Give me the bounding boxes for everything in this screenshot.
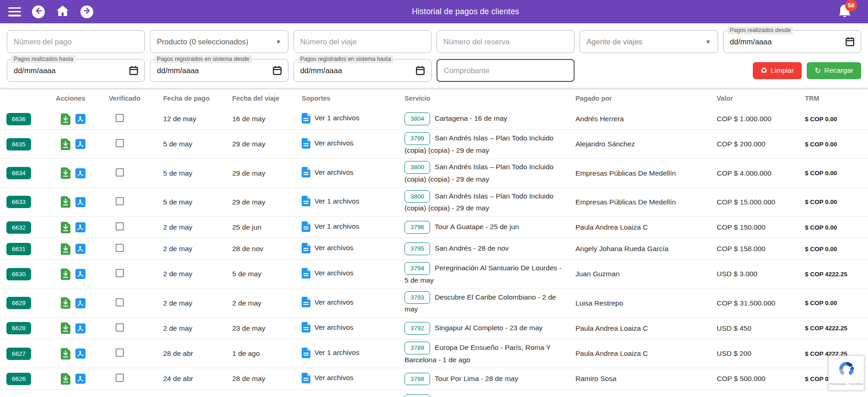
download-file-icon[interactable] — [61, 243, 70, 255]
travel-agent-select[interactable]: Agente de viajes ▼ — [580, 30, 718, 53]
payment-id-badge[interactable]: 6636 — [6, 113, 31, 125]
payment-id-badge[interactable]: 6628 — [6, 322, 31, 334]
recaptcha-privacy-terms[interactable]: Privacidad - Términos — [830, 382, 863, 386]
view-files-link[interactable]: Ver 1 archivos — [302, 221, 359, 232]
pdf-icon[interactable] — [75, 298, 85, 308]
service-code-badge[interactable]: 3793 — [405, 291, 430, 304]
recaptcha-badge[interactable]: Privacidad - Términos — [828, 355, 864, 391]
payment-id-badge[interactable]: 6635 — [6, 138, 31, 150]
payment-id-badge[interactable]: 6629 — [6, 297, 31, 309]
view-files-link[interactable]: Ver archivos — [302, 322, 353, 333]
verified-checkbox[interactable] — [116, 168, 124, 177]
reservation-number-input[interactable] — [443, 38, 568, 46]
calendar-icon[interactable] — [416, 66, 425, 75]
pdf-icon[interactable] — [75, 114, 85, 124]
pdf-icon[interactable] — [75, 168, 85, 178]
verified-checkbox[interactable] — [116, 374, 124, 382]
notifications-button[interactable]: 58 — [838, 4, 853, 20]
back-button[interactable] — [32, 5, 45, 18]
verified-checkbox[interactable] — [116, 114, 124, 122]
view-files-link[interactable]: Ver archivos — [302, 268, 353, 279]
download-file-icon[interactable] — [61, 373, 70, 385]
verified-checkbox[interactable] — [116, 323, 124, 332]
payment-id-badge[interactable]: 6631 — [6, 243, 31, 255]
view-files-link[interactable]: Ver 1 archivos — [302, 113, 359, 123]
payment-id-badge[interactable]: 6626 — [6, 373, 31, 385]
view-files-link[interactable]: Ver 1 archivos — [302, 196, 359, 206]
product-select[interactable]: Producto (0 seleccionados) ▼ — [150, 30, 288, 53]
paid-by: Angely Johana Rueda García — [575, 245, 717, 253]
calendar-icon[interactable] — [129, 66, 138, 75]
pdf-icon[interactable] — [75, 139, 85, 149]
pdf-icon[interactable] — [75, 244, 85, 254]
menu-icon[interactable] — [8, 7, 21, 16]
verified-checkbox[interactable] — [116, 269, 124, 277]
payments-from-value[interactable]: dd/mm/aaaa — [730, 38, 846, 46]
reload-button[interactable]: ↻ Recargar — [807, 62, 861, 79]
registered-to-date-field[interactable]: Pagos registrados en sistema hasta dd/mm… — [293, 59, 431, 82]
view-files-link[interactable]: Ver archivos — [302, 138, 353, 149]
registered-from-value[interactable]: dd/mm/aaaa — [157, 66, 272, 75]
pdf-icon[interactable] — [75, 222, 85, 232]
pdf-icon[interactable] — [75, 349, 85, 359]
pdf-icon[interactable] — [75, 374, 85, 384]
view-files-link[interactable]: Ver archivos — [302, 167, 353, 177]
service-code-badge[interactable]: 3800 — [405, 161, 430, 174]
payment-id-badge[interactable]: 6633 — [6, 196, 31, 208]
payment-id-badge[interactable]: 6632 — [6, 221, 31, 234]
service-code-badge[interactable]: 3796 — [405, 221, 430, 234]
payment-date: 28 de abr — [163, 349, 232, 358]
service-code-badge[interactable]: 3788 — [405, 373, 430, 386]
trip-date: 25 de jun — [232, 223, 302, 231]
download-file-icon[interactable] — [61, 297, 70, 309]
payment-id-badge[interactable]: 6630 — [6, 268, 31, 280]
download-file-icon[interactable] — [61, 348, 70, 359]
calendar-icon[interactable] — [273, 66, 282, 75]
service-code-badge[interactable]: 3794 — [405, 262, 430, 275]
trip-number-input[interactable] — [300, 38, 425, 46]
paid-by: Paula Andrea Loaiza C — [575, 223, 717, 231]
voucher-input[interactable] — [444, 66, 567, 75]
service-code-badge[interactable]: 3800 — [405, 190, 430, 203]
pdf-icon[interactable] — [75, 269, 85, 279]
service-code-badge[interactable]: 3799 — [405, 132, 430, 145]
payments-to-value[interactable]: dd/mm/aaaa — [14, 66, 129, 75]
payments-from-date-field[interactable]: Pagos realizados desde dd/mm/aaaa — [723, 30, 861, 53]
verified-checkbox[interactable] — [116, 139, 124, 147]
voucher-field — [437, 59, 575, 82]
view-files-link[interactable]: Ver archivos — [302, 373, 353, 383]
registered-to-value[interactable]: dd/mm/aaaa — [300, 66, 416, 75]
view-files-link[interactable]: Ver archivos — [302, 297, 353, 307]
registered-from-date-field[interactable]: Pagos registrados en sistema desde dd/mm… — [150, 59, 288, 82]
service-code-badge[interactable]: 3804 — [405, 113, 430, 125]
verified-checkbox[interactable] — [116, 197, 124, 205]
service-code-badge[interactable]: 3785 — [405, 394, 430, 397]
home-button[interactable] — [56, 5, 69, 18]
download-file-icon[interactable] — [61, 222, 70, 233]
service-name: Singapur Al Completo - 23 de may — [435, 324, 543, 332]
payment-number-input[interactable] — [14, 38, 138, 46]
download-file-icon[interactable] — [61, 322, 70, 334]
forward-button[interactable] — [80, 5, 93, 18]
download-file-icon[interactable] — [61, 167, 70, 179]
download-file-icon[interactable] — [61, 268, 70, 280]
download-file-icon[interactable] — [61, 139, 70, 150]
payment-id-badge[interactable]: 6627 — [6, 348, 31, 360]
service-code-badge[interactable]: 3789 — [405, 342, 430, 354]
download-file-icon[interactable] — [61, 113, 70, 125]
verified-checkbox[interactable] — [116, 298, 124, 306]
clear-button[interactable]: ♻ Limpiar — [753, 62, 802, 79]
payments-to-date-field[interactable]: Pagos realizados hasta dd/mm/aaaa — [7, 59, 145, 82]
calendar-icon[interactable] — [846, 37, 854, 46]
service-code-badge[interactable]: 3795 — [405, 242, 430, 255]
verified-checkbox[interactable] — [116, 349, 124, 357]
pdf-icon[interactable] — [75, 323, 85, 333]
service-code-badge[interactable]: 3792 — [405, 322, 430, 335]
pdf-icon[interactable] — [75, 197, 85, 207]
download-file-icon[interactable] — [61, 196, 70, 208]
verified-checkbox[interactable] — [116, 244, 124, 252]
view-files-link[interactable]: Ver archivos — [302, 243, 353, 253]
payment-id-badge[interactable]: 6634 — [6, 167, 31, 179]
view-files-link[interactable]: Ver 1 archivos — [302, 348, 359, 358]
verified-checkbox[interactable] — [116, 222, 124, 231]
